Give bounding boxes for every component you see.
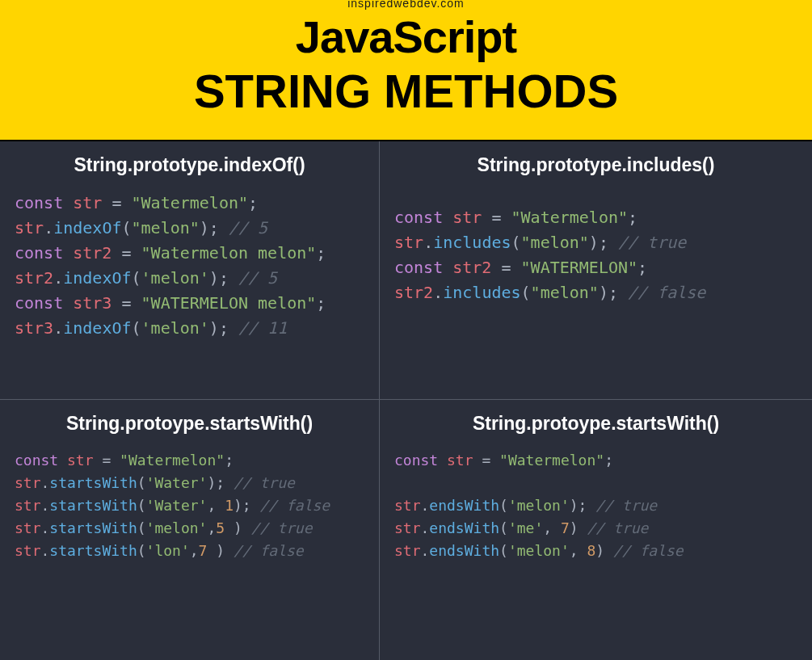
code-block: const str = "Watermelon"; str.startsWith…	[15, 449, 364, 561]
code-block: const str = "Watermelon"; str.indexOf("m…	[15, 191, 364, 341]
code-block: const str = "Watermelon"; str.includes("…	[394, 191, 797, 305]
code-block: const str = "Watermelon"; str.endsWith('…	[394, 449, 797, 561]
cell-title: String.protoype.startsWith()	[15, 413, 364, 435]
cell-includes: String.prototype.includes() const str = …	[380, 141, 812, 400]
cell-title: String.protoype.startsWith()	[394, 413, 797, 435]
cell-title: String.prototype.includes()	[394, 154, 797, 176]
watermark-text: inspiredwebdev.com	[347, 0, 465, 10]
header: inspiredwebdev.com JavaScript STRING MET…	[0, 0, 812, 141]
methods-grid: String.prototype.indexOf() const str = "…	[0, 141, 812, 660]
cell-endswith: String.protoype.startsWith() const str =…	[380, 400, 812, 660]
title-line-2: STRING METHODS	[0, 60, 812, 115]
cell-title: String.prototype.indexOf()	[15, 154, 364, 176]
cell-indexof: String.prototype.indexOf() const str = "…	[0, 141, 380, 400]
cell-startswith: String.protoype.startsWith() const str =…	[0, 400, 380, 660]
